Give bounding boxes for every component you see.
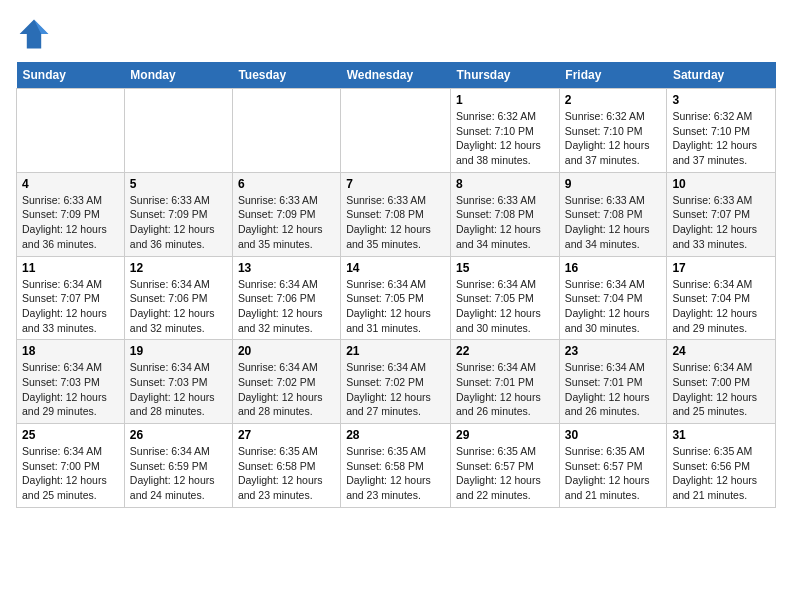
day-info: Sunrise: 6:33 AM Sunset: 7:09 PM Dayligh… [238,193,335,252]
day-info: Sunrise: 6:34 AM Sunset: 7:05 PM Dayligh… [346,277,445,336]
day-info: Sunrise: 6:34 AM Sunset: 7:03 PM Dayligh… [22,360,119,419]
calendar-cell: 11Sunrise: 6:34 AM Sunset: 7:07 PM Dayli… [17,256,125,340]
calendar-cell: 28Sunrise: 6:35 AM Sunset: 6:58 PM Dayli… [341,424,451,508]
day-number: 8 [456,177,554,191]
day-info: Sunrise: 6:32 AM Sunset: 7:10 PM Dayligh… [565,109,662,168]
calendar-cell: 23Sunrise: 6:34 AM Sunset: 7:01 PM Dayli… [559,340,667,424]
day-info: Sunrise: 6:34 AM Sunset: 7:00 PM Dayligh… [672,360,770,419]
page-header [16,16,776,52]
weekday-header-thursday: Thursday [451,62,560,89]
calendar-cell: 2Sunrise: 6:32 AM Sunset: 7:10 PM Daylig… [559,89,667,173]
day-number: 28 [346,428,445,442]
day-number: 3 [672,93,770,107]
day-info: Sunrise: 6:34 AM Sunset: 7:02 PM Dayligh… [238,360,335,419]
day-number: 22 [456,344,554,358]
day-number: 13 [238,261,335,275]
calendar-cell: 3Sunrise: 6:32 AM Sunset: 7:10 PM Daylig… [667,89,776,173]
calendar-cell: 19Sunrise: 6:34 AM Sunset: 7:03 PM Dayli… [124,340,232,424]
calendar-week-1: 1Sunrise: 6:32 AM Sunset: 7:10 PM Daylig… [17,89,776,173]
calendar-cell: 20Sunrise: 6:34 AM Sunset: 7:02 PM Dayli… [232,340,340,424]
calendar-cell: 26Sunrise: 6:34 AM Sunset: 6:59 PM Dayli… [124,424,232,508]
day-number: 26 [130,428,227,442]
calendar-cell: 18Sunrise: 6:34 AM Sunset: 7:03 PM Dayli… [17,340,125,424]
day-number: 14 [346,261,445,275]
day-info: Sunrise: 6:35 AM Sunset: 6:58 PM Dayligh… [238,444,335,503]
day-number: 16 [565,261,662,275]
weekday-header-friday: Friday [559,62,667,89]
calendar-week-4: 18Sunrise: 6:34 AM Sunset: 7:03 PM Dayli… [17,340,776,424]
day-number: 10 [672,177,770,191]
day-info: Sunrise: 6:33 AM Sunset: 7:08 PM Dayligh… [565,193,662,252]
calendar-cell: 25Sunrise: 6:34 AM Sunset: 7:00 PM Dayli… [17,424,125,508]
day-info: Sunrise: 6:34 AM Sunset: 7:06 PM Dayligh… [238,277,335,336]
calendar-cell: 12Sunrise: 6:34 AM Sunset: 7:06 PM Dayli… [124,256,232,340]
calendar-week-5: 25Sunrise: 6:34 AM Sunset: 7:00 PM Dayli… [17,424,776,508]
day-info: Sunrise: 6:34 AM Sunset: 7:06 PM Dayligh… [130,277,227,336]
day-number: 20 [238,344,335,358]
calendar-cell: 22Sunrise: 6:34 AM Sunset: 7:01 PM Dayli… [451,340,560,424]
calendar-week-3: 11Sunrise: 6:34 AM Sunset: 7:07 PM Dayli… [17,256,776,340]
calendar-cell: 8Sunrise: 6:33 AM Sunset: 7:08 PM Daylig… [451,172,560,256]
day-number: 4 [22,177,119,191]
day-number: 7 [346,177,445,191]
weekday-header-saturday: Saturday [667,62,776,89]
day-info: Sunrise: 6:33 AM Sunset: 7:09 PM Dayligh… [130,193,227,252]
calendar-cell [124,89,232,173]
day-info: Sunrise: 6:33 AM Sunset: 7:08 PM Dayligh… [346,193,445,252]
calendar-cell [17,89,125,173]
day-info: Sunrise: 6:34 AM Sunset: 7:01 PM Dayligh… [456,360,554,419]
day-info: Sunrise: 6:35 AM Sunset: 6:57 PM Dayligh… [565,444,662,503]
logo-icon [16,16,52,52]
calendar-cell: 5Sunrise: 6:33 AM Sunset: 7:09 PM Daylig… [124,172,232,256]
calendar-cell: 4Sunrise: 6:33 AM Sunset: 7:09 PM Daylig… [17,172,125,256]
day-number: 19 [130,344,227,358]
calendar-cell: 31Sunrise: 6:35 AM Sunset: 6:56 PM Dayli… [667,424,776,508]
day-info: Sunrise: 6:33 AM Sunset: 7:08 PM Dayligh… [456,193,554,252]
calendar-cell: 9Sunrise: 6:33 AM Sunset: 7:08 PM Daylig… [559,172,667,256]
day-info: Sunrise: 6:34 AM Sunset: 7:01 PM Dayligh… [565,360,662,419]
logo [16,16,56,52]
day-info: Sunrise: 6:33 AM Sunset: 7:09 PM Dayligh… [22,193,119,252]
day-info: Sunrise: 6:34 AM Sunset: 6:59 PM Dayligh… [130,444,227,503]
day-number: 12 [130,261,227,275]
calendar-cell [341,89,451,173]
day-info: Sunrise: 6:35 AM Sunset: 6:56 PM Dayligh… [672,444,770,503]
weekday-header-monday: Monday [124,62,232,89]
day-number: 24 [672,344,770,358]
calendar-cell: 14Sunrise: 6:34 AM Sunset: 7:05 PM Dayli… [341,256,451,340]
calendar-cell: 24Sunrise: 6:34 AM Sunset: 7:00 PM Dayli… [667,340,776,424]
weekday-header-tuesday: Tuesday [232,62,340,89]
calendar-cell: 21Sunrise: 6:34 AM Sunset: 7:02 PM Dayli… [341,340,451,424]
calendar-cell: 16Sunrise: 6:34 AM Sunset: 7:04 PM Dayli… [559,256,667,340]
day-info: Sunrise: 6:34 AM Sunset: 7:00 PM Dayligh… [22,444,119,503]
day-number: 27 [238,428,335,442]
day-info: Sunrise: 6:34 AM Sunset: 7:03 PM Dayligh… [130,360,227,419]
day-number: 2 [565,93,662,107]
day-number: 23 [565,344,662,358]
day-number: 11 [22,261,119,275]
calendar-cell: 27Sunrise: 6:35 AM Sunset: 6:58 PM Dayli… [232,424,340,508]
day-number: 5 [130,177,227,191]
weekday-header-row: SundayMondayTuesdayWednesdayThursdayFrid… [17,62,776,89]
day-info: Sunrise: 6:33 AM Sunset: 7:07 PM Dayligh… [672,193,770,252]
day-info: Sunrise: 6:34 AM Sunset: 7:07 PM Dayligh… [22,277,119,336]
calendar-cell: 10Sunrise: 6:33 AM Sunset: 7:07 PM Dayli… [667,172,776,256]
day-info: Sunrise: 6:34 AM Sunset: 7:02 PM Dayligh… [346,360,445,419]
day-number: 21 [346,344,445,358]
day-number: 15 [456,261,554,275]
day-number: 1 [456,93,554,107]
day-number: 29 [456,428,554,442]
calendar-cell: 13Sunrise: 6:34 AM Sunset: 7:06 PM Dayli… [232,256,340,340]
day-number: 6 [238,177,335,191]
calendar-cell: 1Sunrise: 6:32 AM Sunset: 7:10 PM Daylig… [451,89,560,173]
calendar-table: SundayMondayTuesdayWednesdayThursdayFrid… [16,62,776,508]
day-number: 9 [565,177,662,191]
day-info: Sunrise: 6:32 AM Sunset: 7:10 PM Dayligh… [456,109,554,168]
calendar-week-2: 4Sunrise: 6:33 AM Sunset: 7:09 PM Daylig… [17,172,776,256]
day-info: Sunrise: 6:32 AM Sunset: 7:10 PM Dayligh… [672,109,770,168]
day-info: Sunrise: 6:35 AM Sunset: 6:58 PM Dayligh… [346,444,445,503]
day-number: 30 [565,428,662,442]
weekday-header-sunday: Sunday [17,62,125,89]
day-info: Sunrise: 6:34 AM Sunset: 7:05 PM Dayligh… [456,277,554,336]
weekday-header-wednesday: Wednesday [341,62,451,89]
